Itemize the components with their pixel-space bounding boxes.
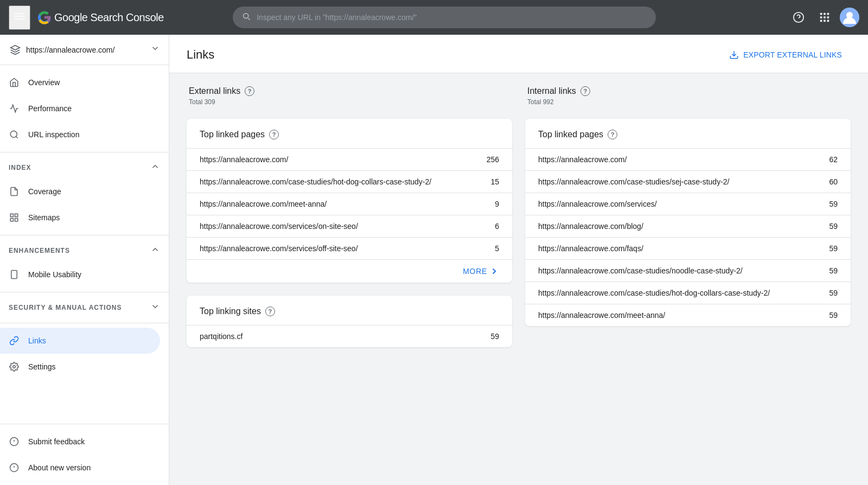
internal-top-pages-header: Top linked pages ?	[525, 119, 851, 148]
site-url: partqitions.cf	[200, 332, 477, 341]
search-input[interactable]	[257, 13, 647, 22]
about-version-label: About new version	[28, 463, 91, 472]
coverage-icon	[9, 186, 20, 197]
page-title: Links	[187, 48, 214, 62]
enhancements-label: Enhancements	[9, 247, 142, 254]
table-row: https://annaleacrowe.com/case-studies/se…	[525, 170, 851, 193]
topbar-actions	[788, 7, 859, 28]
svg-rect-12	[824, 20, 826, 22]
app-title: Google Search Console	[54, 11, 164, 24]
external-links-total: Total 309	[189, 98, 510, 106]
link-url: https://annaleacrowe.com/	[538, 155, 816, 164]
svg-rect-1	[14, 16, 25, 17]
table-row: https://annaleacrowe.com/case-studies/ho…	[525, 282, 851, 304]
search-icon	[241, 11, 251, 24]
mobile-icon	[9, 269, 20, 280]
link-count: 59	[816, 222, 838, 231]
sidebar-item-links[interactable]: Links	[0, 328, 160, 354]
link-count: 5	[477, 244, 499, 253]
ext-top-pages-title: Top linked pages	[200, 130, 265, 139]
svg-rect-2	[14, 18, 25, 20]
about-icon	[9, 462, 20, 473]
external-links-column: External links ? Total 309 Top linked pa…	[187, 86, 512, 347]
index-section-header[interactable]: Index	[0, 157, 169, 178]
ext-top-pages-help-icon[interactable]: ?	[269, 130, 279, 139]
sidebar: https://annaleacrowe.com/ Overview Perfo…	[0, 35, 169, 485]
external-links-help-icon[interactable]: ?	[245, 86, 254, 96]
link-count: 59	[816, 266, 838, 275]
link-url: https://annaleacrowe.com/meet-anna/	[538, 311, 816, 320]
link-count: 59	[816, 289, 838, 297]
security-chevron-icon	[150, 302, 160, 314]
link-url: https://annaleacrowe.com/case-studies/se…	[538, 177, 816, 186]
svg-line-18	[16, 136, 17, 138]
link-url: https://annaleacrowe.com/meet-anna/	[200, 200, 477, 208]
link-count: 15	[477, 177, 499, 186]
table-row: https://annaleacrowe.com/ 256	[187, 148, 512, 170]
search-bar[interactable]	[233, 7, 656, 28]
performance-label: Performance	[28, 104, 72, 113]
url-inspection-label: URL inspection	[28, 130, 79, 139]
external-top-sites-header: Top linking sites ?	[187, 296, 512, 325]
int-top-pages-title: Top linked pages	[538, 130, 603, 139]
svg-rect-10	[827, 16, 829, 18]
internal-links-header: Internal links ? Total 992	[525, 86, 851, 106]
sidebar-item-submit-feedback[interactable]: Submit feedback	[0, 429, 160, 455]
internal-links-help-icon[interactable]: ?	[580, 86, 590, 96]
table-row: https://annaleacrowe.com/blog/ 59	[525, 215, 851, 237]
link-count: 6	[477, 222, 499, 231]
svg-rect-21	[15, 219, 18, 221]
link-count: 59	[816, 200, 838, 208]
security-section-header[interactable]: Security & Manual Actions	[0, 297, 169, 318]
table-row: https://annaleacrowe.com/case-studies/no…	[525, 259, 851, 282]
dropdown-arrow-icon	[150, 43, 160, 56]
sidebar-item-about[interactable]: About new version	[0, 455, 160, 481]
int-top-pages-help-icon[interactable]: ?	[608, 130, 617, 139]
internal-top-pages-card: Top linked pages ? https://annaleacrowe.…	[525, 119, 851, 326]
divider	[0, 152, 169, 152]
svg-point-25	[13, 366, 16, 368]
link-url: https://annaleacrowe.com/services/off-si…	[200, 244, 477, 253]
more-button[interactable]: MORE	[463, 266, 499, 276]
apps-button[interactable]	[814, 7, 835, 28]
app-logo: Google Search Console	[37, 10, 164, 25]
sidebar-item-performance[interactable]: Performance	[0, 95, 160, 122]
external-sites-table: partqitions.cf 59	[187, 325, 512, 347]
internal-links-column: Internal links ? Total 992 Top linked pa…	[525, 86, 851, 347]
sidebar-item-overview[interactable]: Overview	[0, 69, 160, 95]
sidebar-item-mobile-usability[interactable]: Mobile Usability	[0, 261, 160, 288]
table-row: https://annaleacrowe.com/meet-anna/ 9	[187, 193, 512, 215]
ext-top-sites-help-icon[interactable]: ?	[265, 307, 275, 316]
export-button[interactable]: EXPORT EXTERNAL LINKS	[720, 46, 851, 64]
links-content: External links ? Total 309 Top linked pa…	[169, 73, 868, 360]
divider3	[0, 292, 169, 292]
export-label: EXPORT EXTERNAL LINKS	[743, 50, 842, 59]
settings-label: Settings	[28, 362, 56, 371]
more-label: MORE	[463, 267, 487, 276]
external-links-header: External links ? Total 309	[187, 86, 512, 106]
link-url: https://annaleacrowe.com/case-studies/no…	[538, 266, 816, 275]
links-icon	[9, 335, 20, 346]
user-avatar[interactable]	[840, 8, 859, 27]
submit-feedback-label: Submit feedback	[28, 437, 85, 446]
table-row: partqitions.cf 59	[187, 325, 512, 347]
svg-rect-7	[827, 13, 829, 15]
help-button[interactable]	[788, 7, 809, 28]
svg-point-17	[10, 131, 17, 137]
link-url: https://annaleacrowe.com/faqs/	[538, 244, 816, 253]
external-top-pages-header: Top linked pages ?	[187, 119, 512, 148]
main-header: Links EXPORT EXTERNAL LINKS	[169, 35, 868, 73]
security-section-label: Security & Manual Actions	[9, 304, 142, 311]
property-selector[interactable]: https://annaleacrowe.com/	[0, 35, 169, 65]
sidebar-item-url-inspection[interactable]: URL inspection	[0, 122, 160, 148]
menu-icon[interactable]	[9, 5, 30, 30]
sidebar-item-sitemaps[interactable]: Sitemaps	[0, 205, 160, 231]
sitemaps-icon	[9, 212, 20, 223]
sidebar-item-settings[interactable]: Settings	[0, 354, 160, 380]
main-content: Links EXPORT EXTERNAL LINKS External lin…	[169, 35, 868, 485]
enhancements-section-header[interactable]: Enhancements	[0, 240, 169, 261]
svg-rect-0	[14, 13, 25, 14]
sitemaps-label: Sitemaps	[28, 213, 60, 222]
sidebar-item-coverage[interactable]: Coverage	[0, 178, 160, 205]
internal-links-total: Total 992	[527, 98, 848, 106]
